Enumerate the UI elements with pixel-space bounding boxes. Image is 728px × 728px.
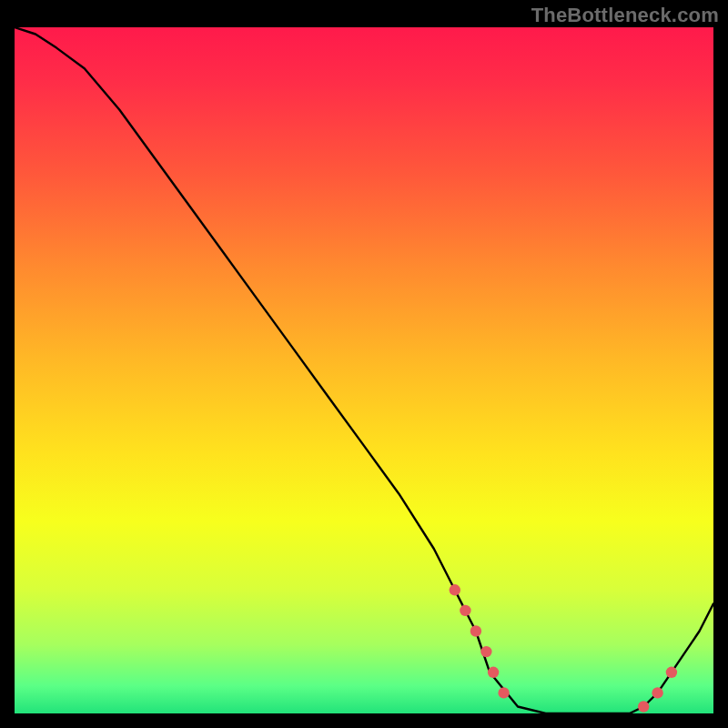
highlight-dot	[480, 646, 491, 657]
highlight-dot	[450, 584, 460, 595]
highlight-dot	[460, 605, 470, 616]
watermark-text: TheBottleneck.com	[531, 4, 719, 27]
highlight-dot	[652, 687, 662, 698]
bottleneck-curve	[15, 27, 713, 713]
curve-layer	[15, 27, 713, 713]
chart-frame: TheBottleneck.com	[0, 0, 728, 728]
plot-area	[15, 27, 713, 713]
highlight-dot	[498, 687, 509, 698]
highlight-dots-group	[450, 584, 678, 713]
highlight-dot	[470, 625, 481, 636]
highlight-dot	[638, 701, 649, 712]
highlight-dot	[666, 667, 677, 678]
highlight-dot	[488, 667, 499, 678]
